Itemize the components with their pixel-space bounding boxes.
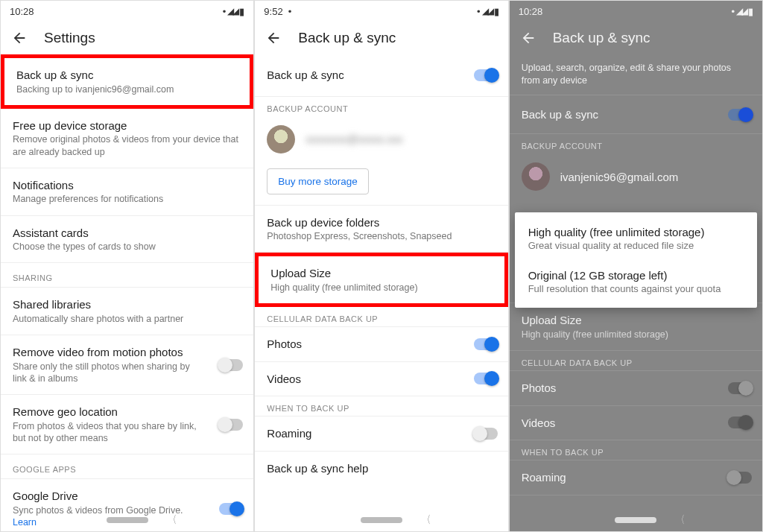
status-time: 10:28 <box>519 6 543 17</box>
header: Settings <box>1 22 253 54</box>
android-navbar: 〈 <box>1 509 253 531</box>
row-cellular-videos[interactable]: Videos <box>255 362 507 397</box>
toggle-roaming[interactable] <box>474 428 498 440</box>
settings-item-free-up-storage[interactable]: Free up device storage Remove original p… <box>1 109 253 168</box>
option-high-quality[interactable]: High quality (free unlimited storage) <box>515 217 757 240</box>
back-arrow-icon[interactable] <box>520 30 536 46</box>
toggle-roaming <box>728 472 752 484</box>
android-navbar: 〈 <box>510 509 762 531</box>
page-title: Back up & sync <box>553 30 650 46</box>
signal-icon: ◢◢ <box>482 6 493 16</box>
nav-back-icon[interactable]: 〈 <box>169 513 177 527</box>
settings-item-assistant-cards[interactable]: Assistant cards Choose the types of card… <box>1 216 253 264</box>
toggle-backup-sync <box>728 109 752 121</box>
row-device-folders[interactable]: Back up device folders Photoshop Express… <box>255 205 507 253</box>
settings-item-shared-libraries[interactable]: Shared libraries Automatically share pho… <box>1 287 253 335</box>
buy-more-storage-button[interactable]: Buy more storage <box>267 168 369 194</box>
header: Back up & sync <box>255 22 507 54</box>
account-email: ivanjenic96@gmail.com <box>560 170 679 185</box>
row-cellular-videos: Videos <box>510 406 762 441</box>
status-bar: 9:52 • • ◢◢ ▮ <box>255 1 507 22</box>
section-cellular: CELLULAR DATA BACK UP <box>510 351 762 370</box>
nav-home-pill[interactable] <box>615 517 656 523</box>
page-title: Back up & sync <box>298 30 396 46</box>
avatar-icon <box>267 125 295 153</box>
toggle-motion-photos[interactable] <box>219 359 243 371</box>
toggle-cellular-photos <box>728 382 752 394</box>
avatar-icon <box>522 162 550 191</box>
section-when-backup: WHEN TO BACK UP <box>510 440 762 460</box>
battery-icon: ▮ <box>494 6 499 17</box>
page-title: Settings <box>44 30 95 46</box>
row-roaming[interactable]: Roaming <box>255 416 507 452</box>
nav-back-icon[interactable]: 〈 <box>423 513 431 527</box>
row-upload-size: Upload Size High quality (free unlimited… <box>510 303 762 351</box>
battery-icon: ▮ <box>239 6 244 17</box>
section-sharing: SHARING <box>1 263 253 287</box>
back-arrow-icon[interactable] <box>11 30 28 46</box>
nav-back-icon[interactable]: 〈 <box>677 513 685 527</box>
settings-item-notifications[interactable]: Notifications Manage preferences for not… <box>1 168 253 216</box>
row-backup-sync-toggle[interactable]: Back up & sync <box>255 54 507 97</box>
row-cellular-photos[interactable]: Photos <box>255 326 507 362</box>
row-account[interactable]: xxxxxxxx@xxxxx.xxx <box>255 116 507 162</box>
row-upload-size[interactable]: Upload Size High quality (free unlimited… <box>255 253 507 307</box>
settings-item-backup-sync[interactable]: Back up & sync Backing up to ivanjenic96… <box>1 54 253 109</box>
status-bar: 10:28 • ◢◢ ▮ <box>510 1 762 22</box>
toggle-cellular-videos <box>728 417 752 428</box>
nav-home-pill[interactable] <box>107 517 148 523</box>
signal-icon: ◢◢ <box>227 6 238 16</box>
section-cellular: CELLULAR DATA BACK UP <box>255 307 507 326</box>
screen-backup-sync: 9:52 • • ◢◢ ▮ Back up & sync Back up & s… <box>254 0 508 532</box>
row-roaming: Roaming <box>510 460 762 495</box>
nav-home-pill[interactable] <box>361 517 402 523</box>
section-backup-account: BACKUP ACCOUNT <box>510 134 762 153</box>
toggle-backup-sync[interactable] <box>474 69 498 81</box>
screen-settings: 10:28 • ◢◢ ▮ Settings Back up & sync Bac… <box>0 0 254 532</box>
row-backup-help[interactable]: Back up & sync help <box>255 452 507 486</box>
header: Back up & sync <box>510 22 762 54</box>
row-account: ivanjenic96@gmail.com <box>510 153 762 200</box>
section-when-backup: WHEN TO BACK UP <box>255 396 507 416</box>
status-bar: 10:28 • ◢◢ ▮ <box>1 1 253 22</box>
section-google-apps: GOOGLE APPS <box>1 455 253 478</box>
status-time: 9:52 <box>264 6 282 17</box>
back-arrow-icon[interactable] <box>265 30 282 46</box>
battery-icon: ▮ <box>748 6 753 17</box>
android-navbar: 〈 <box>255 509 507 531</box>
signal-icon: ◢◢ <box>736 6 747 16</box>
status-time: 10:28 <box>10 6 34 17</box>
toggle-geo-location[interactable] <box>219 419 243 431</box>
row-backup-sync-toggle: Back up & sync <box>510 95 762 135</box>
toggle-cellular-videos[interactable] <box>474 373 498 384</box>
screen-upload-size-dialog: 10:28 • ◢◢ ▮ Back up & sync Upload, sear… <box>509 0 763 532</box>
option-original[interactable]: Original (12 GB storage left) <box>515 260 757 283</box>
toggle-cellular-photos[interactable] <box>474 338 498 350</box>
settings-item-remove-video-motion[interactable]: Remove video from motion photos Share on… <box>1 335 253 395</box>
upload-size-modal: High quality (free unlimited storage) Gr… <box>515 212 757 308</box>
settings-item-remove-geo[interactable]: Remove geo location From photos & videos… <box>1 395 253 455</box>
section-backup-account: BACKUP ACCOUNT <box>255 97 507 116</box>
row-cellular-photos: Photos <box>510 370 762 406</box>
account-email-blurred: xxxxxxxx@xxxxx.xxx <box>305 133 402 145</box>
intro-text: Upload, search, organize, edit & share y… <box>510 54 762 95</box>
